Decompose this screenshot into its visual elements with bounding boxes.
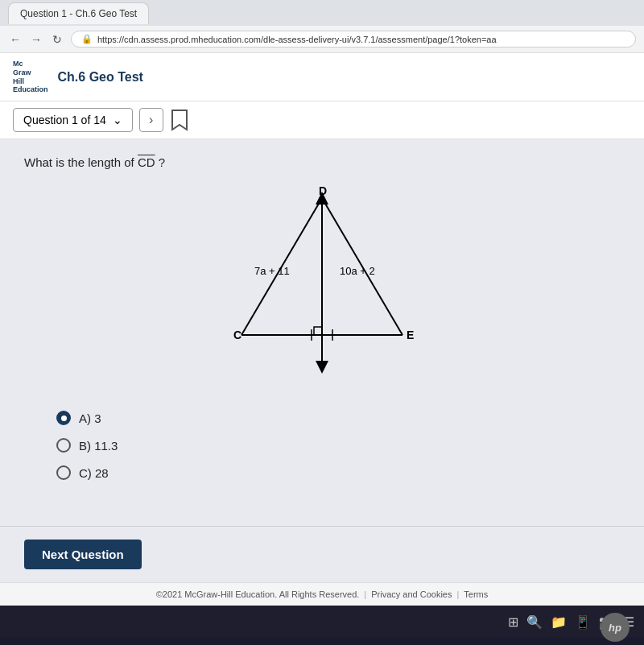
tablet-icon[interactable]: 📱 xyxy=(575,614,591,630)
file-explorer-icon[interactable]: 📁 xyxy=(551,614,567,630)
svg-text:D: D xyxy=(319,184,327,197)
logo-text: Mc Graw Hill Education xyxy=(13,60,48,94)
logo-area: Mc Graw Hill Education xyxy=(13,60,48,94)
triangle-diagram: D C E 7a + 11 10a + 2 xyxy=(217,182,427,391)
question-counter: Question 1 of 14 xyxy=(23,114,106,126)
arrow-icon: › xyxy=(149,113,153,127)
privacy-link[interactable]: Privacy and Cookies xyxy=(371,589,452,599)
browser-chrome: Question 1 - Ch.6 Geo Test ← → ↻ 🔒 https… xyxy=(0,0,644,53)
active-tab[interactable]: Question 1 - Ch.6 Geo Test xyxy=(8,2,149,24)
refresh-button[interactable]: ↻ xyxy=(50,32,64,47)
main-content: What is the length of CD ? xyxy=(0,139,644,526)
question-nav: Question 1 of 14 ⌄ › xyxy=(0,101,644,139)
svg-text:7a + 11: 7a + 11 xyxy=(254,265,290,277)
svg-text:C: C xyxy=(233,329,242,341)
tab-bar: Question 1 - Ch.6 Geo Test xyxy=(0,0,644,26)
hp-logo: hp xyxy=(601,613,630,642)
app-title: Ch.6 Geo Test xyxy=(58,70,143,85)
search-taskbar-icon[interactable]: 🔍 xyxy=(526,614,543,630)
back-button[interactable]: ← xyxy=(8,32,23,47)
bookmark-icon[interactable] xyxy=(170,109,189,131)
address-bar[interactable]: 🔒 https://cdn.assess.prod.mheducation.co… xyxy=(71,31,636,48)
radio-a[interactable] xyxy=(56,411,71,425)
next-question-arrow[interactable]: › xyxy=(139,108,163,132)
terms-link[interactable]: Terms xyxy=(464,589,488,599)
svg-text:E: E xyxy=(407,329,414,341)
footer-links: ©2021 McGraw-Hill Education. All Rights … xyxy=(0,582,644,606)
footer-actions: Next Question xyxy=(0,526,644,582)
segment-label: CD xyxy=(138,155,155,169)
url-text: https://cdn.assess.prod.mheducation.com/… xyxy=(97,35,497,44)
answer-option-b[interactable]: B) 11.3 xyxy=(56,438,620,453)
answer-label-c: C) 28 xyxy=(79,466,109,480)
answer-option-c[interactable]: C) 28 xyxy=(56,465,620,480)
divider2: | xyxy=(456,589,459,599)
answer-label-a: A) 3 xyxy=(79,411,101,425)
answer-choices: A) 3 B) 11.3 C) 28 xyxy=(24,411,620,480)
lock-icon: 🔒 xyxy=(81,34,93,44)
question-text: What is the length of CD ? xyxy=(24,155,620,169)
browser-toolbar: ← → ↻ 🔒 https://cdn.assess.prod.mheducat… xyxy=(0,26,644,53)
radio-c[interactable] xyxy=(56,465,71,480)
dropdown-arrow-icon: ⌄ xyxy=(113,114,122,126)
divider: | xyxy=(364,589,366,599)
question-dropdown[interactable]: Question 1 of 14 ⌄ xyxy=(13,108,133,132)
forward-button[interactable]: → xyxy=(29,32,43,47)
taskbar: ⊞ 🔍 📁 📱 📷 ☰ xyxy=(0,606,644,638)
answer-option-a[interactable]: A) 3 xyxy=(56,411,620,425)
copyright-text: ©2021 McGraw-Hill Education. All Rights … xyxy=(156,589,360,599)
next-question-button[interactable]: Next Question xyxy=(24,540,142,569)
app-header: Mc Graw Hill Education Ch.6 Geo Test xyxy=(0,53,644,101)
tab-title: Question 1 - Ch.6 Geo Test xyxy=(20,8,137,19)
windows-icon[interactable]: ⊞ xyxy=(508,614,518,630)
svg-text:10a + 2: 10a + 2 xyxy=(340,265,375,277)
answer-label-b: B) 11.3 xyxy=(79,439,118,453)
svg-rect-4 xyxy=(314,327,322,335)
radio-b[interactable] xyxy=(56,438,71,453)
diagram-container: D C E 7a + 11 10a + 2 xyxy=(24,182,620,391)
